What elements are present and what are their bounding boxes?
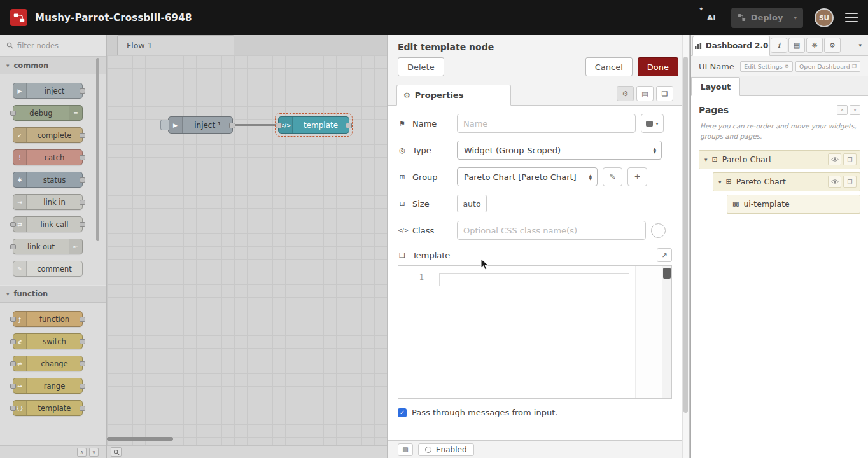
collapse-all-button[interactable]: ∧ (77, 448, 87, 457)
horizontal-scrollbar[interactable] (107, 437, 173, 441)
tab-properties[interactable]: ⚙ Properties (396, 85, 511, 106)
delete-button[interactable]: Delete (398, 57, 444, 76)
description-tab-button[interactable]: ▤ (636, 86, 654, 101)
pages-header: Pages ∧ ∨ (699, 105, 860, 115)
ai-label: AI (707, 13, 716, 22)
tree-row-widget[interactable]: ▩ ui-template (727, 195, 860, 214)
editor-scrollbar[interactable] (662, 266, 671, 398)
palette-node-catch[interactable]: ! catch (13, 149, 83, 165)
tab-layout[interactable]: Layout (691, 77, 740, 96)
visibility-button[interactable] (828, 153, 841, 165)
template-field-row: ❏ Template ↗ (398, 247, 672, 263)
input-port[interactable] (276, 123, 282, 128)
visibility-button[interactable] (828, 176, 841, 188)
chevron-down-icon[interactable]: ▾ (718, 179, 722, 185)
palette-filter-input[interactable] (17, 41, 88, 50)
palette-node-change[interactable]: ⇌ change (13, 356, 83, 371)
tree-row-label: Pareto Chart (722, 155, 772, 164)
search-flows-button[interactable] (111, 447, 122, 457)
enabled-toggle[interactable]: Enabled (418, 443, 474, 456)
template-code-editor[interactable]: 1 (398, 265, 672, 399)
expand-all-button[interactable]: ∨ (850, 105, 860, 115)
deploy-label: Deploy (751, 13, 783, 22)
dashboard-subtab-bar: Layout (691, 76, 868, 96)
tray-scrollbar[interactable] (682, 35, 689, 458)
size-auto-button[interactable]: auto (457, 195, 487, 212)
palette-node-switch[interactable]: ≷ switch (13, 333, 83, 349)
palette-node-label: inject (27, 87, 82, 95)
palette-scrollbar[interactable] (96, 58, 99, 241)
output-port (80, 155, 85, 160)
palette-category-function[interactable]: ▾ function (0, 285, 106, 303)
palette-node-debug[interactable]: debug ≡ (13, 105, 83, 121)
output-port (80, 361, 85, 366)
tab-dashboard[interactable]: Dashboard 2.0 (692, 36, 770, 56)
wire[interactable] (233, 124, 278, 126)
open-dashboard-button[interactable]: Open Dashboard ❐ (795, 61, 860, 72)
sidebar-resize-handle[interactable] (689, 35, 691, 458)
passthrough-row: ✓ Pass through messages from input. (398, 408, 672, 417)
type-select[interactable]: Widget (Group-Scoped) ▲▼ (457, 141, 662, 160)
output-port[interactable] (346, 123, 352, 128)
expand-editor-button[interactable]: ↗ (657, 248, 672, 262)
cancel-button[interactable]: Cancel (585, 57, 633, 76)
template-icon: ❏ (398, 251, 407, 260)
palette-node-inject[interactable]: ▶ inject (13, 83, 83, 99)
template-node[interactable]: </> template (278, 116, 349, 134)
tab-help[interactable]: ▤ (788, 38, 805, 53)
group-select[interactable]: Pareto Chart [Pareto Chart] ▲▼ (457, 167, 598, 186)
tray-scrollbar-thumb[interactable] (683, 57, 688, 413)
tree-row-page[interactable]: ▾ ⊡ Pareto Chart ❐ (699, 150, 860, 169)
user-avatar[interactable]: SU (815, 8, 834, 27)
tab-info[interactable]: i (771, 38, 787, 53)
done-button[interactable]: Done (638, 57, 678, 76)
palette-node-status[interactable]: ✱ status (13, 172, 83, 188)
properties-tab-button[interactable]: ⚙ (617, 86, 634, 101)
node-icon-button[interactable]: ▾ (641, 114, 664, 133)
chevron-down-icon[interactable]: ▾ (794, 15, 797, 21)
palette-node-function[interactable]: ƒ function (13, 311, 83, 327)
palette-node-label: link in (27, 198, 82, 207)
minimap (635, 266, 662, 398)
editor-scrollbar-thumb[interactable] (663, 268, 671, 279)
inject-trigger-button[interactable] (160, 120, 169, 130)
chevron-down-icon[interactable]: ▾ (704, 156, 708, 163)
palette-node-comment[interactable]: ✎ comment (13, 261, 83, 277)
class-action-button[interactable] (651, 223, 666, 238)
tab-debug[interactable]: ❋ (806, 38, 823, 53)
palette-node-link-in[interactable]: ⇥ link in (13, 194, 83, 210)
output-port (80, 406, 85, 411)
flow-tab[interactable]: Flow 1 (117, 35, 234, 55)
palette-category-common[interactable]: ▾ common (0, 57, 106, 74)
class-input[interactable] (457, 221, 646, 240)
palette-node-link-out[interactable]: link out ⇤ (13, 239, 83, 254)
palette-node-template[interactable]: {} template (13, 400, 83, 416)
tree-row-group[interactable]: ▾ ⊞ Pareto Chart ❐ (713, 172, 860, 191)
edit-settings-button[interactable]: Edit Settings ⚙ (740, 61, 793, 72)
deploy-button[interactable]: Deploy ▾ (731, 8, 803, 28)
tab-config[interactable]: ⚙ (824, 38, 841, 53)
menu-icon[interactable] (845, 13, 858, 23)
passthrough-checkbox[interactable]: ✓ (398, 408, 407, 417)
ai-assistant-button[interactable]: ✦ AI (703, 10, 720, 25)
output-port[interactable] (229, 123, 235, 128)
palette-node-complete[interactable]: ✓ complete (13, 127, 83, 143)
flow-canvas[interactable]: ▶ inject ¹ </> template (107, 55, 387, 445)
collapse-all-button[interactable]: ∧ (837, 105, 848, 115)
docs-button[interactable]: ▤ (398, 443, 413, 456)
open-page-button[interactable]: ❐ (843, 153, 857, 165)
palette-node-range[interactable]: ↔ range (13, 378, 83, 394)
add-group-button[interactable]: + (627, 167, 647, 186)
edit-group-button[interactable]: ✎ (603, 167, 622, 186)
field-label-group: ⊡ Size (398, 199, 457, 209)
field-label-group: ◎ Type (398, 146, 457, 155)
palette-node-label: status (27, 176, 82, 184)
palette-node-link-call[interactable]: ⇄ link call (13, 216, 83, 232)
field-label: Template (412, 251, 450, 260)
name-input[interactable] (457, 114, 636, 133)
sidebar-tabs-menu-button[interactable]: ▾ (858, 42, 862, 48)
inject-node[interactable]: ▶ inject ¹ (168, 116, 233, 134)
expand-all-button[interactable]: ∨ (89, 448, 99, 457)
open-group-button[interactable]: ❐ (843, 176, 857, 188)
appearance-tab-button[interactable]: ❏ (656, 86, 673, 101)
